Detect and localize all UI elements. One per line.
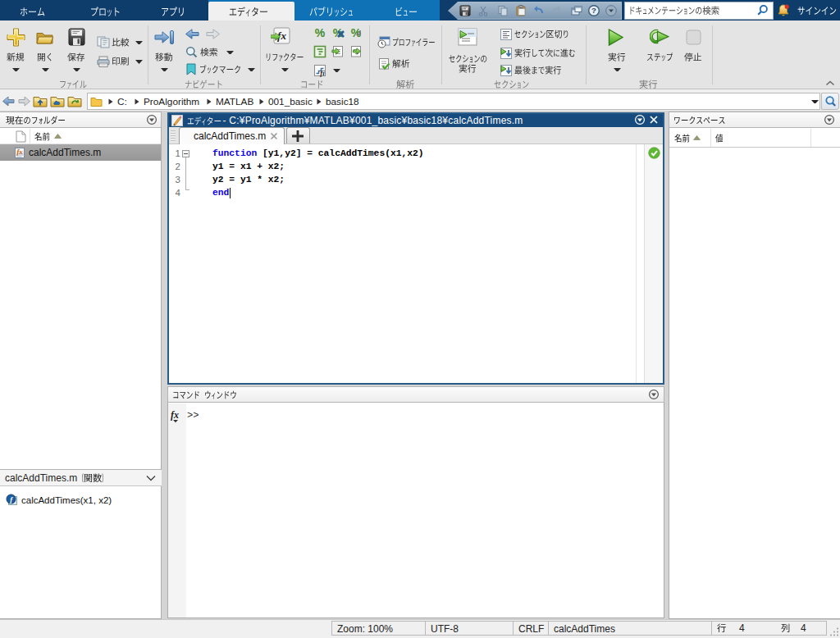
- svg-text:?: ?: [591, 6, 596, 15]
- svg-text:fi: fi: [320, 69, 325, 77]
- svg-text:%: %: [315, 26, 326, 39]
- svg-text:fx: fx: [16, 148, 23, 156]
